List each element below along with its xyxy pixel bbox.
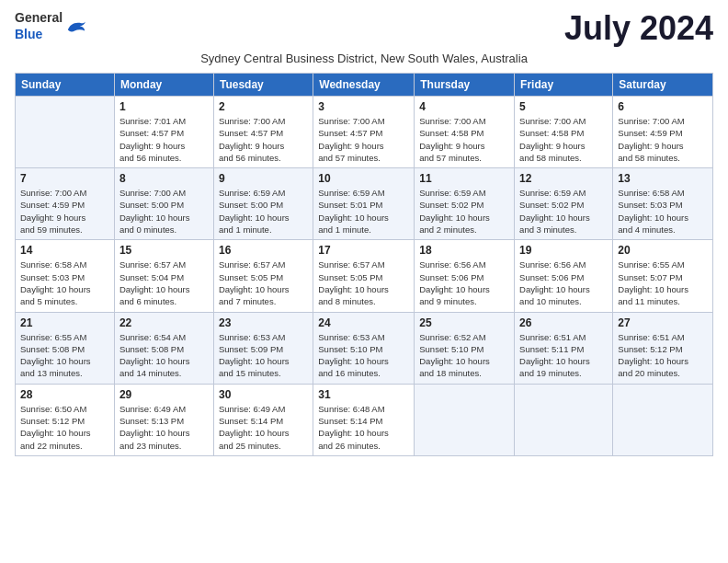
day-number: 5 — [519, 100, 608, 113]
calendar-cell — [515, 384, 613, 455]
day-number: 12 — [519, 172, 608, 185]
day-detail: Sunrise: 6:53 AM Sunset: 5:09 PM Dayligh… — [219, 331, 308, 380]
day-number: 21 — [20, 316, 109, 329]
calendar-cell: 14Sunrise: 6:58 AM Sunset: 5:03 PM Dayli… — [16, 240, 115, 312]
calendar-cell: 4Sunrise: 7:00 AM Sunset: 4:58 PM Daylig… — [415, 97, 515, 168]
calendar-cell: 11Sunrise: 6:59 AM Sunset: 5:02 PM Dayli… — [415, 168, 515, 240]
day-number: 17 — [318, 244, 409, 257]
calendar-cell: 10Sunrise: 6:59 AM Sunset: 5:01 PM Dayli… — [313, 168, 415, 240]
calendar-cell: 7Sunrise: 7:00 AM Sunset: 4:59 PM Daylig… — [16, 168, 115, 240]
day-detail: Sunrise: 6:51 AM Sunset: 5:11 PM Dayligh… — [519, 331, 608, 380]
day-number: 2 — [219, 100, 308, 113]
day-detail: Sunrise: 6:56 AM Sunset: 5:06 PM Dayligh… — [419, 259, 509, 307]
logo-general-text: General Blue — [15, 9, 63, 42]
day-number: 30 — [219, 388, 308, 401]
day-number: 13 — [618, 172, 708, 185]
calendar-cell: 28Sunrise: 6:50 AM Sunset: 5:12 PM Dayli… — [16, 384, 115, 455]
calendar-cell: 24Sunrise: 6:53 AM Sunset: 5:10 PM Dayli… — [313, 312, 415, 384]
day-detail: Sunrise: 6:57 AM Sunset: 5:05 PM Dayligh… — [219, 259, 308, 307]
header-monday: Monday — [114, 74, 213, 97]
day-detail: Sunrise: 6:51 AM Sunset: 5:12 PM Dayligh… — [618, 331, 708, 380]
calendar-cell: 29Sunrise: 6:49 AM Sunset: 5:13 PM Dayli… — [114, 384, 213, 455]
calendar-cell: 6Sunrise: 7:00 AM Sunset: 4:59 PM Daylig… — [613, 97, 713, 168]
calendar-header-row: SundayMondayTuesdayWednesdayThursdayFrid… — [16, 74, 713, 97]
calendar-cell: 18Sunrise: 6:56 AM Sunset: 5:06 PM Dayli… — [415, 240, 515, 312]
calendar-cell: 20Sunrise: 6:55 AM Sunset: 5:07 PM Dayli… — [613, 240, 713, 312]
header-thursday: Thursday — [415, 74, 515, 97]
day-number: 28 — [20, 388, 109, 401]
page-header: General Blue July 2024 — [15, 9, 713, 48]
subtitle: Sydney Central Business District, New So… — [15, 52, 713, 65]
calendar-week-row: 7Sunrise: 7:00 AM Sunset: 4:59 PM Daylig… — [16, 168, 713, 240]
day-detail: Sunrise: 6:59 AM Sunset: 5:01 PM Dayligh… — [318, 187, 409, 236]
header-tuesday: Tuesday — [213, 74, 313, 97]
day-number: 11 — [419, 172, 509, 185]
day-number: 24 — [318, 316, 409, 329]
calendar-cell: 1Sunrise: 7:01 AM Sunset: 4:57 PM Daylig… — [114, 97, 213, 168]
calendar-cell: 31Sunrise: 6:48 AM Sunset: 5:14 PM Dayli… — [313, 384, 415, 455]
day-detail: Sunrise: 6:49 AM Sunset: 5:14 PM Dayligh… — [219, 403, 308, 452]
day-number: 27 — [618, 316, 708, 329]
day-detail: Sunrise: 7:00 AM Sunset: 4:57 PM Dayligh… — [219, 115, 308, 164]
day-number: 14 — [20, 244, 109, 257]
calendar-week-row: 21Sunrise: 6:55 AM Sunset: 5:08 PM Dayli… — [16, 312, 713, 384]
day-detail: Sunrise: 6:59 AM Sunset: 5:00 PM Dayligh… — [219, 187, 308, 236]
day-detail: Sunrise: 6:55 AM Sunset: 5:07 PM Dayligh… — [618, 259, 708, 307]
calendar-cell — [613, 384, 713, 455]
day-detail: Sunrise: 7:00 AM Sunset: 4:58 PM Dayligh… — [419, 115, 509, 164]
day-detail: Sunrise: 6:58 AM Sunset: 5:03 PM Dayligh… — [20, 259, 109, 307]
logo: General Blue — [15, 9, 86, 42]
calendar-cell — [16, 97, 115, 168]
calendar-cell: 21Sunrise: 6:55 AM Sunset: 5:08 PM Dayli… — [16, 312, 115, 384]
day-number: 6 — [618, 100, 708, 113]
day-number: 22 — [119, 316, 209, 329]
calendar-cell: 16Sunrise: 6:57 AM Sunset: 5:05 PM Dayli… — [213, 240, 313, 312]
calendar-week-row: 28Sunrise: 6:50 AM Sunset: 5:12 PM Dayli… — [16, 384, 713, 455]
day-number: 7 — [20, 172, 109, 185]
day-number: 31 — [318, 388, 409, 401]
header-sunday: Sunday — [16, 74, 115, 97]
day-number: 1 — [119, 100, 209, 113]
calendar-cell: 9Sunrise: 6:59 AM Sunset: 5:00 PM Daylig… — [213, 168, 313, 240]
day-detail: Sunrise: 6:59 AM Sunset: 5:02 PM Dayligh… — [419, 187, 509, 236]
day-number: 3 — [318, 100, 409, 113]
calendar-week-row: 14Sunrise: 6:58 AM Sunset: 5:03 PM Dayli… — [16, 240, 713, 312]
calendar-cell: 15Sunrise: 6:57 AM Sunset: 5:04 PM Dayli… — [114, 240, 213, 312]
calendar-week-row: 1Sunrise: 7:01 AM Sunset: 4:57 PM Daylig… — [16, 97, 713, 168]
day-number: 20 — [618, 244, 708, 257]
day-number: 23 — [219, 316, 308, 329]
day-detail: Sunrise: 6:48 AM Sunset: 5:14 PM Dayligh… — [318, 403, 409, 452]
day-detail: Sunrise: 7:00 AM Sunset: 4:58 PM Dayligh… — [519, 115, 608, 164]
day-number: 10 — [318, 172, 409, 185]
month-title: July 2024 — [564, 9, 713, 48]
calendar-cell: 22Sunrise: 6:54 AM Sunset: 5:08 PM Dayli… — [114, 312, 213, 384]
day-detail: Sunrise: 6:57 AM Sunset: 5:05 PM Dayligh… — [318, 259, 409, 307]
day-detail: Sunrise: 6:53 AM Sunset: 5:10 PM Dayligh… — [318, 331, 409, 380]
day-number: 18 — [419, 244, 509, 257]
day-number: 4 — [419, 100, 509, 113]
day-detail: Sunrise: 7:00 AM Sunset: 4:59 PM Dayligh… — [20, 187, 109, 236]
day-detail: Sunrise: 6:54 AM Sunset: 5:08 PM Dayligh… — [119, 331, 209, 380]
day-detail: Sunrise: 6:49 AM Sunset: 5:13 PM Dayligh… — [119, 403, 209, 452]
day-detail: Sunrise: 6:52 AM Sunset: 5:10 PM Dayligh… — [419, 331, 509, 380]
calendar-cell: 2Sunrise: 7:00 AM Sunset: 4:57 PM Daylig… — [213, 97, 313, 168]
day-number: 16 — [219, 244, 308, 257]
calendar-table: SundayMondayTuesdayWednesdayThursdayFrid… — [15, 73, 713, 456]
calendar-cell: 27Sunrise: 6:51 AM Sunset: 5:12 PM Dayli… — [613, 312, 713, 384]
calendar-cell: 19Sunrise: 6:56 AM Sunset: 5:06 PM Dayli… — [515, 240, 613, 312]
calendar-cell: 25Sunrise: 6:52 AM Sunset: 5:10 PM Dayli… — [415, 312, 515, 384]
day-detail: Sunrise: 6:55 AM Sunset: 5:08 PM Dayligh… — [20, 331, 109, 380]
day-detail: Sunrise: 7:01 AM Sunset: 4:57 PM Dayligh… — [119, 115, 209, 164]
day-detail: Sunrise: 6:50 AM Sunset: 5:12 PM Dayligh… — [20, 403, 109, 452]
day-number: 19 — [519, 244, 608, 257]
calendar-cell: 23Sunrise: 6:53 AM Sunset: 5:09 PM Dayli… — [213, 312, 313, 384]
calendar-cell: 5Sunrise: 7:00 AM Sunset: 4:58 PM Daylig… — [515, 97, 613, 168]
day-number: 8 — [119, 172, 209, 185]
day-number: 29 — [119, 388, 209, 401]
header-wednesday: Wednesday — [313, 74, 415, 97]
day-detail: Sunrise: 6:56 AM Sunset: 5:06 PM Dayligh… — [519, 259, 608, 307]
calendar-cell: 12Sunrise: 6:59 AM Sunset: 5:02 PM Dayli… — [515, 168, 613, 240]
header-friday: Friday — [515, 74, 613, 97]
calendar-cell — [415, 384, 515, 455]
calendar-cell: 13Sunrise: 6:58 AM Sunset: 5:03 PM Dayli… — [613, 168, 713, 240]
